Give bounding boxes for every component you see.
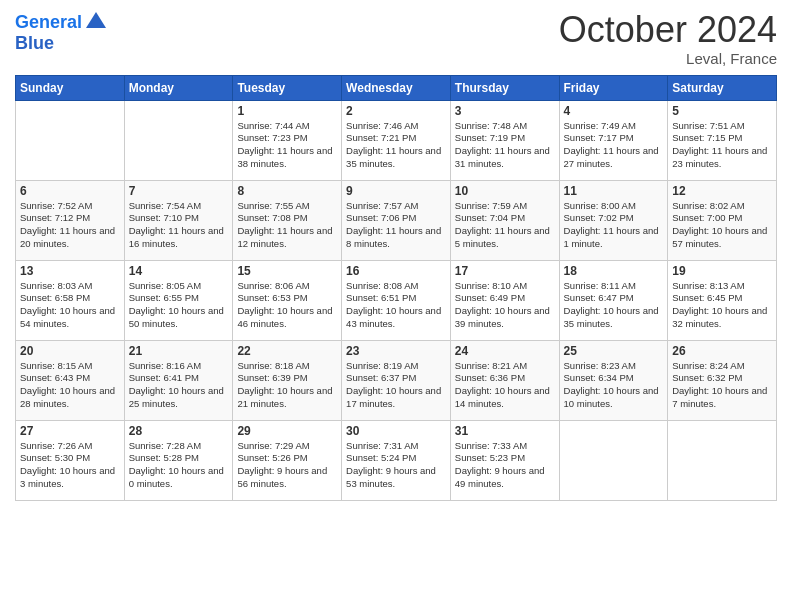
logo-text: General: [15, 13, 82, 31]
week-row-1: 1Sunrise: 7:44 AMSunset: 7:23 PMDaylight…: [16, 100, 777, 180]
calendar-cell: 6Sunrise: 7:52 AMSunset: 7:12 PMDaylight…: [16, 180, 125, 260]
day-number: 10: [455, 184, 555, 198]
header-day-wednesday: Wednesday: [342, 75, 451, 100]
week-row-4: 20Sunrise: 8:15 AMSunset: 6:43 PMDayligh…: [16, 340, 777, 420]
cell-text: Sunrise: 7:49 AMSunset: 7:17 PMDaylight:…: [564, 120, 664, 171]
day-number: 29: [237, 424, 337, 438]
cell-text: Sunrise: 8:11 AMSunset: 6:47 PMDaylight:…: [564, 280, 664, 331]
calendar-cell: 21Sunrise: 8:16 AMSunset: 6:41 PMDayligh…: [124, 340, 233, 420]
day-number: 7: [129, 184, 229, 198]
calendar-cell: 8Sunrise: 7:55 AMSunset: 7:08 PMDaylight…: [233, 180, 342, 260]
cell-text: Sunrise: 7:55 AMSunset: 7:08 PMDaylight:…: [237, 200, 337, 251]
calendar-cell: 3Sunrise: 7:48 AMSunset: 7:19 PMDaylight…: [450, 100, 559, 180]
cell-text: Sunrise: 7:52 AMSunset: 7:12 PMDaylight:…: [20, 200, 120, 251]
calendar-cell: 22Sunrise: 8:18 AMSunset: 6:39 PMDayligh…: [233, 340, 342, 420]
day-number: 3: [455, 104, 555, 118]
cell-text: Sunrise: 7:48 AMSunset: 7:19 PMDaylight:…: [455, 120, 555, 171]
week-row-3: 13Sunrise: 8:03 AMSunset: 6:58 PMDayligh…: [16, 260, 777, 340]
calendar-cell: 28Sunrise: 7:28 AMSunset: 5:28 PMDayligh…: [124, 420, 233, 500]
cell-text: Sunrise: 8:24 AMSunset: 6:32 PMDaylight:…: [672, 360, 772, 411]
logo: General Blue: [15, 10, 108, 52]
header-day-friday: Friday: [559, 75, 668, 100]
calendar-cell: [16, 100, 125, 180]
cell-text: Sunrise: 8:08 AMSunset: 6:51 PMDaylight:…: [346, 280, 446, 331]
calendar-cell: 19Sunrise: 8:13 AMSunset: 6:45 PMDayligh…: [668, 260, 777, 340]
day-number: 18: [564, 264, 664, 278]
calendar-cell: 14Sunrise: 8:05 AMSunset: 6:55 PMDayligh…: [124, 260, 233, 340]
calendar-cell: 1Sunrise: 7:44 AMSunset: 7:23 PMDaylight…: [233, 100, 342, 180]
header-day-thursday: Thursday: [450, 75, 559, 100]
header-day-sunday: Sunday: [16, 75, 125, 100]
cell-text: Sunrise: 8:06 AMSunset: 6:53 PMDaylight:…: [237, 280, 337, 331]
day-number: 20: [20, 344, 120, 358]
cell-text: Sunrise: 8:02 AMSunset: 7:00 PMDaylight:…: [672, 200, 772, 251]
cell-text: Sunrise: 8:23 AMSunset: 6:34 PMDaylight:…: [564, 360, 664, 411]
day-number: 17: [455, 264, 555, 278]
cell-text: Sunrise: 7:59 AMSunset: 7:04 PMDaylight:…: [455, 200, 555, 251]
calendar-cell: 26Sunrise: 8:24 AMSunset: 6:32 PMDayligh…: [668, 340, 777, 420]
day-number: 13: [20, 264, 120, 278]
calendar-cell: 18Sunrise: 8:11 AMSunset: 6:47 PMDayligh…: [559, 260, 668, 340]
cell-text: Sunrise: 8:19 AMSunset: 6:37 PMDaylight:…: [346, 360, 446, 411]
cell-text: Sunrise: 7:33 AMSunset: 5:23 PMDaylight:…: [455, 440, 555, 491]
cell-text: Sunrise: 7:26 AMSunset: 5:30 PMDaylight:…: [20, 440, 120, 491]
calendar-cell: 23Sunrise: 8:19 AMSunset: 6:37 PMDayligh…: [342, 340, 451, 420]
calendar-cell: 30Sunrise: 7:31 AMSunset: 5:24 PMDayligh…: [342, 420, 451, 500]
day-number: 27: [20, 424, 120, 438]
cell-text: Sunrise: 8:21 AMSunset: 6:36 PMDaylight:…: [455, 360, 555, 411]
day-number: 15: [237, 264, 337, 278]
calendar-cell: [668, 420, 777, 500]
calendar-cell: 7Sunrise: 7:54 AMSunset: 7:10 PMDaylight…: [124, 180, 233, 260]
day-number: 16: [346, 264, 446, 278]
calendar-cell: 29Sunrise: 7:29 AMSunset: 5:26 PMDayligh…: [233, 420, 342, 500]
week-row-2: 6Sunrise: 7:52 AMSunset: 7:12 PMDaylight…: [16, 180, 777, 260]
calendar-cell: 5Sunrise: 7:51 AMSunset: 7:15 PMDaylight…: [668, 100, 777, 180]
calendar-cell: 4Sunrise: 7:49 AMSunset: 7:17 PMDaylight…: [559, 100, 668, 180]
day-number: 19: [672, 264, 772, 278]
header-row: SundayMondayTuesdayWednesdayThursdayFrid…: [16, 75, 777, 100]
day-number: 5: [672, 104, 772, 118]
day-number: 26: [672, 344, 772, 358]
header-day-saturday: Saturday: [668, 75, 777, 100]
cell-text: Sunrise: 8:05 AMSunset: 6:55 PMDaylight:…: [129, 280, 229, 331]
cell-text: Sunrise: 7:28 AMSunset: 5:28 PMDaylight:…: [129, 440, 229, 491]
day-number: 14: [129, 264, 229, 278]
calendar-cell: 12Sunrise: 8:02 AMSunset: 7:00 PMDayligh…: [668, 180, 777, 260]
calendar-cell: 25Sunrise: 8:23 AMSunset: 6:34 PMDayligh…: [559, 340, 668, 420]
day-number: 30: [346, 424, 446, 438]
cell-text: Sunrise: 8:13 AMSunset: 6:45 PMDaylight:…: [672, 280, 772, 331]
location: Leval, France: [559, 50, 777, 67]
calendar-cell: 13Sunrise: 8:03 AMSunset: 6:58 PMDayligh…: [16, 260, 125, 340]
cell-text: Sunrise: 7:31 AMSunset: 5:24 PMDaylight:…: [346, 440, 446, 491]
cell-text: Sunrise: 8:10 AMSunset: 6:49 PMDaylight:…: [455, 280, 555, 331]
svg-marker-0: [86, 12, 106, 28]
cell-text: Sunrise: 7:54 AMSunset: 7:10 PMDaylight:…: [129, 200, 229, 251]
cell-text: Sunrise: 8:00 AMSunset: 7:02 PMDaylight:…: [564, 200, 664, 251]
calendar-cell: 31Sunrise: 7:33 AMSunset: 5:23 PMDayligh…: [450, 420, 559, 500]
day-number: 11: [564, 184, 664, 198]
week-row-5: 27Sunrise: 7:26 AMSunset: 5:30 PMDayligh…: [16, 420, 777, 500]
calendar-container: General Blue October 2024 Leval, France …: [0, 0, 792, 612]
cell-text: Sunrise: 8:03 AMSunset: 6:58 PMDaylight:…: [20, 280, 120, 331]
cell-text: Sunrise: 8:16 AMSunset: 6:41 PMDaylight:…: [129, 360, 229, 411]
calendar-cell: [124, 100, 233, 180]
calendar-cell: 9Sunrise: 7:57 AMSunset: 7:06 PMDaylight…: [342, 180, 451, 260]
calendar-cell: 17Sunrise: 8:10 AMSunset: 6:49 PMDayligh…: [450, 260, 559, 340]
day-number: 9: [346, 184, 446, 198]
day-number: 23: [346, 344, 446, 358]
cell-text: Sunrise: 7:51 AMSunset: 7:15 PMDaylight:…: [672, 120, 772, 171]
cell-text: Sunrise: 7:57 AMSunset: 7:06 PMDaylight:…: [346, 200, 446, 251]
month-title: October 2024: [559, 10, 777, 50]
cell-text: Sunrise: 8:15 AMSunset: 6:43 PMDaylight:…: [20, 360, 120, 411]
header-day-monday: Monday: [124, 75, 233, 100]
logo-icon: [84, 10, 108, 34]
day-number: 25: [564, 344, 664, 358]
day-number: 28: [129, 424, 229, 438]
calendar-cell: [559, 420, 668, 500]
cell-text: Sunrise: 7:44 AMSunset: 7:23 PMDaylight:…: [237, 120, 337, 171]
calendar-cell: 20Sunrise: 8:15 AMSunset: 6:43 PMDayligh…: [16, 340, 125, 420]
cell-text: Sunrise: 8:18 AMSunset: 6:39 PMDaylight:…: [237, 360, 337, 411]
calendar-cell: 10Sunrise: 7:59 AMSunset: 7:04 PMDayligh…: [450, 180, 559, 260]
cell-text: Sunrise: 7:46 AMSunset: 7:21 PMDaylight:…: [346, 120, 446, 171]
day-number: 31: [455, 424, 555, 438]
